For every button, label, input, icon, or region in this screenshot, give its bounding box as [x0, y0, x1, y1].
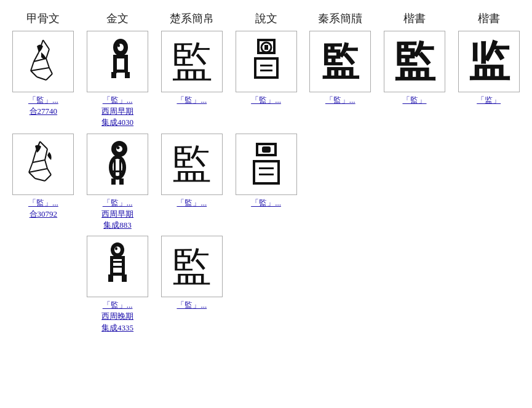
caption-r2c1[interactable]: 「監」... 合30792	[28, 198, 58, 220]
svg-rect-32	[260, 70, 272, 71]
caption-r1c7[interactable]: 「监」	[477, 95, 501, 117]
col-header-jw: 金文	[81, 6, 155, 30]
svg-rect-73	[113, 261, 122, 263]
cell-r1c1: 「監」... 合27740	[6, 31, 81, 117]
svg-rect-52	[111, 170, 124, 172]
svg-rect-55	[256, 143, 277, 145]
caption-r2c4[interactable]: 「監」...	[251, 198, 281, 220]
caption-r1c2[interactable]: 「監」... 西周早期 集成4030	[101, 95, 133, 129]
header-row: 甲骨文 金文 楚系簡帛 說文 秦系簡牘 楷書 楷書	[6, 6, 526, 30]
cell-r2c4: 「監」...	[229, 134, 303, 220]
row-1: 「監」... 合27740	[6, 31, 526, 129]
svg-line-8	[46, 74, 52, 80]
svg-rect-57	[274, 143, 277, 155]
col-header-sw: 說文	[229, 6, 303, 30]
char-image-r2c3: 監	[161, 134, 223, 195]
svg-rect-21	[257, 39, 276, 41]
caption-r1c5[interactable]: 「監」...	[325, 95, 355, 117]
svg-line-35	[29, 162, 33, 172]
char-image-r1c2	[87, 31, 148, 92]
svg-line-34	[33, 152, 36, 162]
caption-r2c2[interactable]: 「監」... 西周早期 集成883	[101, 198, 133, 231]
oracle-char-1-svg	[15, 34, 71, 89]
cell-r3c2: 「監」... 西周晚期 集成4335	[81, 236, 155, 334]
svg-line-36	[40, 142, 47, 149]
char-image-r2c4	[236, 134, 297, 195]
caption-r1c1[interactable]: 「監」... 合27740	[28, 95, 58, 117]
caption-r1c4[interactable]: 「監」...	[251, 95, 281, 117]
cell-r1c5: 監 「監」...	[303, 31, 378, 117]
shuowen-char-2-svg	[239, 137, 294, 192]
svg-rect-64	[259, 167, 274, 169]
svg-point-47	[117, 146, 120, 149]
svg-rect-59	[262, 146, 271, 153]
cell-r1c3: 監 「監」...	[154, 31, 229, 117]
caption-r1c3[interactable]: 「監」...	[177, 95, 207, 117]
bronze-char-3-svg	[90, 239, 145, 294]
svg-rect-31	[260, 65, 272, 66]
svg-line-42	[47, 169, 51, 175]
svg-rect-54	[119, 178, 124, 185]
oracle-char-2-svg	[15, 137, 71, 192]
svg-line-9	[49, 68, 52, 74]
svg-rect-70	[110, 256, 113, 274]
char-image-r1c1	[12, 31, 74, 92]
svg-line-3	[43, 40, 49, 49]
svg-rect-53	[111, 178, 116, 185]
char-image-r3c3: 監	[161, 236, 223, 297]
svg-rect-75	[108, 274, 113, 282]
svg-rect-58	[256, 154, 277, 156]
svg-rect-29	[276, 57, 279, 79]
char-image-r3c2	[87, 236, 148, 297]
char-image-r1c4	[236, 31, 297, 92]
svg-rect-27	[254, 57, 279, 60]
svg-rect-19	[125, 72, 130, 78]
svg-line-40	[35, 178, 45, 181]
caption-r1c6[interactable]: 「監」	[402, 95, 426, 117]
svg-rect-65	[259, 174, 274, 175]
caption-r2c3[interactable]: 「監」...	[177, 198, 207, 220]
svg-rect-60	[253, 160, 280, 162]
svg-point-14	[117, 44, 120, 47]
svg-line-4	[46, 49, 49, 58]
svg-rect-56	[256, 143, 258, 155]
svg-rect-51	[119, 160, 121, 175]
svg-line-2	[31, 62, 34, 71]
cell-r1c7: 监 「监」	[451, 31, 526, 117]
svg-line-41	[45, 175, 51, 181]
cell-r1c6: 監 「監」	[378, 31, 452, 117]
svg-rect-76	[122, 274, 127, 282]
col-header-cxjb: 楚系簡帛	[154, 6, 229, 30]
main-grid: 甲骨文 金文 楚系簡帛 說文 秦系簡牘 楷書 楷書	[6, 6, 526, 338]
char-image-r1c7: 监	[458, 31, 520, 92]
cell-r1c4: 「監」...	[229, 31, 303, 117]
char-image-r1c6: 監	[384, 31, 445, 92]
svg-rect-18	[111, 72, 116, 78]
svg-rect-71	[122, 256, 125, 274]
svg-line-44	[29, 169, 47, 172]
row-3: 「監」... 西周晚期 集成4335 監 「監」...	[6, 236, 526, 334]
caption-r3c2[interactable]: 「監」... 西周晚期 集成4335	[101, 300, 133, 334]
svg-line-6	[31, 71, 37, 77]
col-header-ks2: 楷書	[451, 6, 526, 30]
svg-rect-62	[277, 160, 280, 185]
row-2: 「監」... 合30792	[6, 134, 526, 231]
char-image-r1c3: 監	[161, 31, 223, 92]
bronze-char-2-svg	[90, 137, 145, 192]
svg-line-11	[31, 68, 49, 71]
bronze-char-1-svg	[90, 34, 145, 89]
svg-rect-30	[254, 76, 279, 79]
col-header-ks1: 楷書	[378, 6, 452, 30]
svg-rect-26	[264, 45, 268, 50]
char-image-r2c1	[12, 134, 74, 195]
svg-line-43	[33, 160, 45, 162]
svg-rect-74	[113, 266, 122, 268]
cell-r2c2: 「監」... 西周早期 集成883	[81, 134, 155, 231]
caption-r3c3[interactable]: 「監」...	[177, 300, 207, 322]
svg-rect-28	[254, 57, 256, 79]
char-image-r2c2	[87, 134, 148, 195]
svg-line-5	[46, 58, 49, 68]
col-header-jgw: 甲骨文	[6, 6, 81, 30]
svg-rect-63	[253, 182, 280, 185]
svg-line-37	[45, 149, 47, 160]
